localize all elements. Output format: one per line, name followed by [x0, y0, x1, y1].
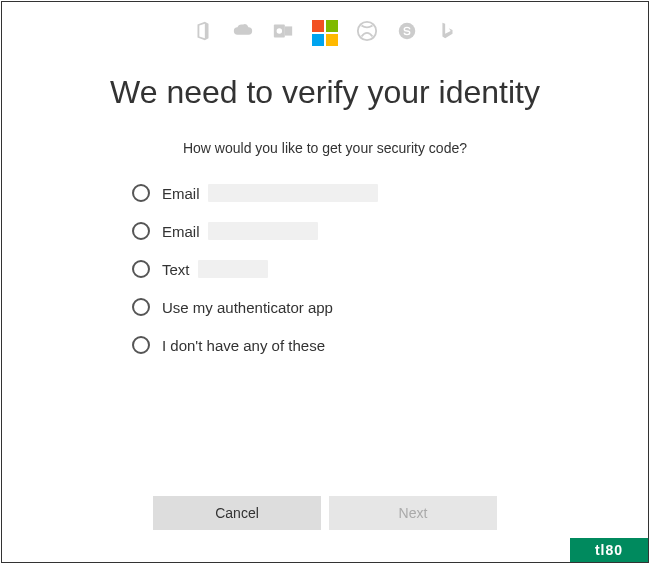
- next-button[interactable]: Next: [329, 496, 497, 530]
- radio-icon: [132, 260, 150, 278]
- option-label-text: Text: [162, 261, 190, 278]
- office-icon: [192, 20, 214, 46]
- security-code-prompt: How would you like to get your security …: [2, 140, 648, 156]
- watermark-badge: tl80: [570, 538, 648, 562]
- microsoft-logo-icon: [312, 20, 338, 46]
- option-label-text: Email: [162, 223, 200, 240]
- redacted-value: [198, 260, 268, 278]
- radio-label: Email: [162, 184, 378, 202]
- option-email-2[interactable]: Email: [132, 222, 518, 240]
- xbox-icon: [356, 20, 378, 46]
- radio-label: I don't have any of these: [162, 337, 325, 354]
- page-title: We need to verify your identity: [2, 72, 648, 112]
- redacted-value: [208, 184, 378, 202]
- verify-identity-dialog: We need to verify your identity How woul…: [1, 1, 649, 563]
- option-email-1[interactable]: Email: [132, 184, 518, 202]
- option-label-text: Email: [162, 185, 200, 202]
- outlook-icon: [272, 20, 294, 46]
- cancel-button[interactable]: Cancel: [153, 496, 321, 530]
- bing-icon: [436, 20, 458, 46]
- radio-label: Use my authenticator app: [162, 299, 333, 316]
- option-none[interactable]: I don't have any of these: [132, 336, 518, 354]
- svg-rect-1: [285, 26, 292, 35]
- radio-label: Text: [162, 260, 268, 278]
- verification-options: Email Email Text Use my authenticator ap…: [2, 184, 648, 354]
- radio-icon: [132, 336, 150, 354]
- skype-icon: [396, 20, 418, 46]
- service-icon-row: [2, 2, 648, 56]
- svg-point-2: [277, 28, 283, 34]
- svg-point-3: [358, 22, 376, 40]
- radio-icon: [132, 184, 150, 202]
- radio-icon: [132, 298, 150, 316]
- option-authenticator[interactable]: Use my authenticator app: [132, 298, 518, 316]
- option-text[interactable]: Text: [132, 260, 518, 278]
- radio-icon: [132, 222, 150, 240]
- button-row: Cancel Next: [2, 496, 648, 530]
- radio-label: Email: [162, 222, 318, 240]
- onedrive-icon: [232, 20, 254, 46]
- redacted-value: [208, 222, 318, 240]
